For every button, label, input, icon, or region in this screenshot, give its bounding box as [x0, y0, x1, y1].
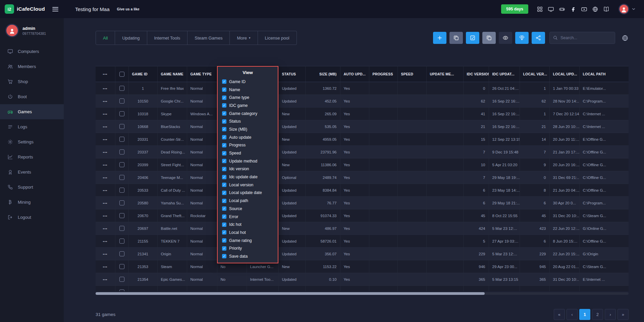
- row-actions-button[interactable]: •••: [103, 265, 108, 269]
- page-button-prev[interactable]: ‹: [567, 309, 578, 320]
- sidebar-item-support[interactable]: Support: [0, 180, 64, 195]
- view-option-idc-hot[interactable]: ✓Idc hot: [222, 220, 273, 229]
- sidebar-item-computers[interactable]: Computers: [0, 44, 64, 59]
- column-header-local_version[interactable]: LOCAL VER...: [520, 66, 549, 82]
- header-actions-button[interactable]: •••: [103, 73, 108, 76]
- view-option-error[interactable]: ✓Error: [222, 213, 273, 221]
- checked-checkbox-icon[interactable]: ✓: [222, 103, 226, 108]
- checked-checkbox-icon[interactable]: ✓: [222, 159, 226, 163]
- checked-checkbox-icon[interactable]: ✓: [222, 151, 226, 155]
- checked-checkbox-icon[interactable]: ✓: [222, 135, 226, 139]
- integration-button[interactable]: [532, 32, 545, 44]
- horizontal-scrollbar[interactable]: [96, 292, 629, 295]
- row-checkbox[interactable]: [119, 277, 124, 282]
- user-menu[interactable]: [619, 4, 636, 14]
- checked-checkbox-icon[interactable]: ✓: [222, 206, 226, 211]
- tab-all[interactable]: All: [96, 31, 115, 45]
- tab-more[interactable]: More▾: [230, 31, 258, 45]
- checked-checkbox-icon[interactable]: ✓: [222, 167, 226, 171]
- row-checkbox[interactable]: [119, 188, 124, 193]
- row-checkbox[interactable]: [119, 264, 124, 269]
- view-option-progress[interactable]: ✓Progress: [222, 141, 273, 149]
- youtube-icon[interactable]: [581, 6, 587, 12]
- sidebar-item-logout[interactable]: Logout: [0, 210, 64, 225]
- view-option-local-hot[interactable]: ✓Local hot: [222, 229, 273, 237]
- visibility-button[interactable]: [499, 32, 512, 44]
- sidebar-item-mining[interactable]: Mining: [0, 195, 64, 210]
- sidebar-item-reports[interactable]: Reports: [0, 149, 64, 165]
- checked-checkbox-icon[interactable]: ✓: [222, 214, 226, 219]
- row-checkbox[interactable]: [119, 99, 124, 104]
- sidebar-item-events[interactable]: Events: [0, 165, 64, 180]
- column-header-idc_update_date[interactable]: IDC UPDAT...: [489, 66, 520, 82]
- view-option-status[interactable]: ✓Status: [222, 117, 273, 125]
- checked-checkbox-icon[interactable]: ✓: [222, 254, 226, 258]
- sidebar-item-settings[interactable]: Settings: [0, 134, 64, 149]
- checked-checkbox-icon[interactable]: ✓: [222, 119, 226, 124]
- row-actions-button[interactable]: •••: [103, 87, 108, 90]
- view-option-priority[interactable]: ✓Priority: [222, 244, 273, 252]
- display-icon[interactable]: [548, 6, 554, 12]
- view-option-game-category[interactable]: ✓Game category: [222, 110, 273, 118]
- give-us-a-like-link[interactable]: Give us a like: [117, 7, 140, 11]
- page-button-last[interactable]: »: [618, 309, 629, 320]
- row-actions-button[interactable]: •••: [103, 176, 108, 180]
- select-all-checkbox[interactable]: [119, 72, 124, 77]
- view-option-size-mb-[interactable]: ✓Size (MB): [222, 125, 273, 133]
- sidebar-item-shop[interactable]: Shop: [0, 74, 64, 89]
- handbook-icon[interactable]: [603, 6, 609, 12]
- check-update-button[interactable]: [466, 32, 479, 44]
- checked-checkbox-icon[interactable]: ✓: [222, 238, 226, 243]
- row-checkbox[interactable]: [119, 175, 124, 180]
- tab-license-pool[interactable]: License pool: [258, 31, 297, 45]
- checked-checkbox-icon[interactable]: ✓: [222, 143, 226, 147]
- menu-toggle-icon[interactable]: [52, 6, 58, 12]
- row-actions-button[interactable]: •••: [103, 278, 108, 281]
- page-button-1[interactable]: 1: [579, 309, 590, 320]
- row-checkbox[interactable]: [119, 239, 124, 244]
- view-option-game-id[interactable]: ✓Game ID: [222, 78, 273, 86]
- column-header-update_method[interactable]: UPDATE ME...: [426, 66, 463, 82]
- view-option-idc-game[interactable]: ✓IDC game: [222, 102, 273, 110]
- view-option-update-method[interactable]: ✓Update method: [222, 157, 273, 165]
- column-header-speed[interactable]: SPEED: [397, 66, 426, 82]
- scrollbar-thumb[interactable]: [96, 292, 485, 295]
- row-checkbox[interactable]: [119, 124, 124, 129]
- column-header-game_id[interactable]: GAME ID: [128, 66, 157, 82]
- column-header-idc_version[interactable]: IDC VERSION: [463, 66, 489, 82]
- row-actions-button[interactable]: •••: [103, 113, 108, 116]
- page-button-first[interactable]: «: [554, 309, 565, 320]
- row-actions-button[interactable]: •••: [103, 291, 108, 292]
- sidebar-item-games[interactable]: Games: [0, 104, 64, 119]
- row-actions-button[interactable]: •••: [103, 202, 108, 205]
- row-checkbox[interactable]: [119, 289, 124, 291]
- checked-checkbox-icon[interactable]: ✓: [222, 87, 226, 92]
- row-actions-button[interactable]: •••: [103, 214, 108, 218]
- sidebar-item-members[interactable]: Members: [0, 59, 64, 74]
- row-actions-button[interactable]: •••: [103, 125, 108, 129]
- checked-checkbox-icon[interactable]: ✓: [222, 175, 226, 179]
- page-button-2[interactable]: 2: [592, 309, 603, 320]
- checked-checkbox-icon[interactable]: ✓: [222, 111, 226, 116]
- globe-icon[interactable]: [592, 6, 598, 12]
- row-actions-button[interactable]: •••: [103, 253, 108, 256]
- checked-checkbox-icon[interactable]: ✓: [222, 222, 226, 227]
- column-header-size_mb[interactable]: SIZE (MB): [305, 66, 340, 82]
- apps-icon[interactable]: [537, 6, 543, 12]
- sidebar-item-logs[interactable]: Logs: [0, 119, 64, 134]
- column-header-game_type[interactable]: GAME TYPE: [187, 66, 217, 82]
- view-option-speed[interactable]: ✓Speed: [222, 149, 273, 157]
- row-actions-button[interactable]: •••: [103, 189, 108, 192]
- language-globe-icon[interactable]: [622, 35, 629, 42]
- row-checkbox[interactable]: [119, 86, 124, 91]
- view-option-local-path[interactable]: ✓Local path: [222, 197, 273, 205]
- row-checkbox[interactable]: [119, 226, 124, 231]
- view-option-idc-update-date[interactable]: ✓Idc update date: [222, 173, 273, 181]
- row-checkbox[interactable]: [119, 251, 124, 256]
- view-option-local-update-date[interactable]: ✓Local update date: [222, 189, 273, 197]
- view-option-game-rating[interactable]: ✓Game rating: [222, 237, 273, 245]
- checked-checkbox-icon[interactable]: ✓: [222, 127, 226, 131]
- tab-internet-tools[interactable]: Internet Tools: [147, 31, 188, 45]
- row-checkbox[interactable]: [119, 149, 124, 154]
- row-checkbox[interactable]: [119, 111, 124, 116]
